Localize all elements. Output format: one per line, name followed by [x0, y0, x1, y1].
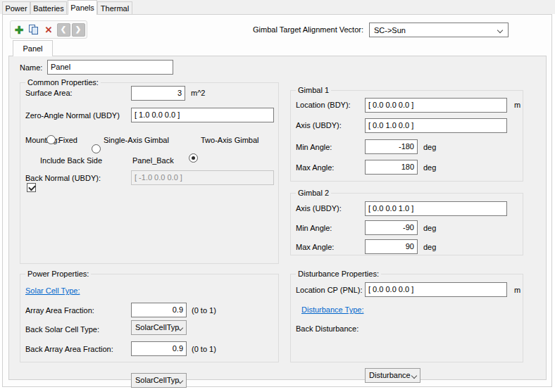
- name-input[interactable]: Panel: [47, 60, 173, 75]
- tab-panels-label: Panels: [70, 4, 94, 12]
- back-array-area-fraction-label: Back Array Area Fraction:: [25, 345, 113, 354]
- include-back-side-checkbox[interactable]: [27, 183, 36, 192]
- back-disturbance-label: Back Disturbance:: [296, 324, 358, 334]
- gimbal2-title: Gimbal 2: [296, 189, 331, 198]
- back-normal-label: Back Normal (UBDY):: [25, 174, 101, 183]
- gimbal1-location-unit: m: [514, 101, 520, 110]
- location-cp-input[interactable]: [ 0.0 0.0 0.0 ]: [365, 282, 507, 297]
- gimbal1-location-label: Location (BDY):: [296, 101, 351, 110]
- gimbal1-min-angle-label: Min Angle:: [296, 143, 332, 152]
- main-tabstrip: Power Batteries Panels Thermal: [0, 0, 555, 14]
- arrow-left-icon: ❮: [61, 26, 66, 33]
- array-area-fraction-label: Array Area Fraction:: [25, 306, 94, 315]
- tab-thermal-label: Thermal: [101, 4, 129, 13]
- delete-icon: ✕: [45, 25, 53, 34]
- tab-panel-instance-label: Panel: [23, 44, 42, 53]
- radio-fixed[interactable]: [46, 135, 56, 144]
- disturbance-properties-title: Disturbance Properties:: [296, 270, 381, 279]
- include-back-side-label[interactable]: Include Back Side: [40, 156, 102, 165]
- gimbal2-axis-input[interactable]: [ 0.0 0.0 1.0 ]: [365, 201, 507, 216]
- gimbal1-title: Gimbal 1: [296, 86, 331, 95]
- gimbal-target-alignment-value: SC->Sun: [374, 26, 406, 34]
- location-cp-unit: m: [514, 286, 520, 295]
- gimbal2-max-angle-unit: deg: [423, 243, 436, 252]
- tab-thermal[interactable]: Thermal: [97, 1, 132, 14]
- tab-panel-instance[interactable]: Panel: [13, 40, 53, 56]
- back-normal-input: [ -1.0 0.0 0.0 ]: [131, 170, 274, 185]
- tab-panels[interactable]: Panels: [68, 0, 97, 15]
- gimbal2-min-angle-input[interactable]: -90: [365, 220, 418, 235]
- disturbance-type-select[interactable]: Disturbance: [365, 368, 420, 383]
- panel-toolbar: ✚ ✕ ❮ ❯: [10, 20, 87, 39]
- radio-two-axis-gimbal[interactable]: [189, 153, 198, 163]
- plus-icon: ✚: [15, 25, 24, 35]
- delete-panel-button[interactable]: ✕: [42, 23, 56, 37]
- chevron-down-icon: [411, 373, 417, 379]
- back-solar-cell-type-label: Back Solar Cell Type:: [25, 325, 99, 334]
- surface-area-label: Surface Area:: [25, 89, 73, 98]
- tab-power-label: Power: [5, 4, 27, 13]
- gimbal2-min-angle-unit: deg: [423, 224, 436, 233]
- gimbal1-max-angle-label: Max Angle:: [296, 163, 334, 172]
- array-area-fraction-input[interactable]: 0.9: [131, 303, 187, 317]
- tab-batteries[interactable]: Batteries: [30, 1, 67, 14]
- zero-angle-normal-label: Zero-Angle Normal (UBDY): [25, 111, 120, 120]
- gimbal2-min-angle-label: Min Angle:: [296, 224, 332, 233]
- copy-panel-button[interactable]: [27, 23, 41, 37]
- gimbal1-axis-input[interactable]: [ 0.0 1.0 0.0 ]: [365, 118, 507, 133]
- common-properties-title: Common Properties:: [25, 78, 101, 87]
- array-area-fraction-hint: (0 to 1): [192, 306, 216, 315]
- gimbal1-location-input[interactable]: [ 0.0 0.0 0.0 ]: [365, 98, 507, 113]
- solar-cell-type-select[interactable]: SolarCellTyp: [131, 320, 187, 335]
- arrow-right-icon: ❯: [75, 26, 81, 33]
- radio-two-axis-gimbal-label[interactable]: Two-Axis Gimbal: [201, 136, 259, 145]
- copy-icon: [29, 25, 39, 34]
- gimbal1-axis-label: Axis (UBDY):: [296, 121, 342, 130]
- gimbal1-max-angle-input[interactable]: 180: [365, 160, 418, 175]
- gimbal1-min-angle-input[interactable]: -180: [365, 139, 418, 154]
- chevron-down-icon: [497, 27, 503, 33]
- gimbal2-axis-label: Axis (UBDY):: [296, 204, 342, 213]
- name-label: Name:: [20, 63, 42, 72]
- surface-area-unit: m^2: [191, 89, 205, 98]
- tab-power[interactable]: Power: [2, 1, 30, 14]
- add-panel-button[interactable]: ✚: [12, 23, 26, 37]
- gimbal-target-alignment-select[interactable]: SC->Sun: [369, 23, 509, 37]
- gimbal-target-alignment-label: Gimbal Target Alignment Vector:: [239, 25, 363, 34]
- gimbal1-min-angle-unit: deg: [423, 143, 436, 152]
- power-properties-title: Power Properties:: [25, 270, 91, 279]
- solar-cell-type-value: SolarCellTyp: [135, 323, 179, 331]
- panels-settings-window: Power Batteries Panels Thermal ✚ ✕ ❮ ❯ G: [0, 0, 555, 392]
- tab-batteries-label: Batteries: [33, 4, 63, 13]
- disturbance-type-link[interactable]: Disturbance Type:: [301, 305, 363, 315]
- back-array-area-fraction-input[interactable]: 0.9: [131, 341, 187, 356]
- back-solar-cell-type-value: SolarCellTyp: [135, 376, 179, 384]
- back-solar-cell-type-select[interactable]: SolarCellTyp: [131, 373, 187, 388]
- move-forward-button[interactable]: ❯: [71, 23, 85, 37]
- back-array-area-fraction-hint: (0 to 1): [192, 345, 216, 354]
- gimbal1-max-angle-unit: deg: [423, 163, 436, 172]
- radio-fixed-label[interactable]: Fixed: [58, 136, 77, 145]
- zero-angle-normal-input[interactable]: [ 1.0 0.0 0.0 ]: [131, 108, 274, 122]
- solar-cell-type-link[interactable]: Solar Cell Type:: [25, 286, 80, 296]
- radio-single-axis-gimbal-label[interactable]: Single-Axis Gimbal: [104, 136, 169, 145]
- disturbance-type-value: Disturbance: [369, 371, 411, 379]
- gimbal2-max-angle-label: Max Angle:: [296, 243, 334, 252]
- move-back-button[interactable]: ❮: [56, 23, 70, 37]
- radio-single-axis-gimbal[interactable]: [92, 144, 101, 153]
- back-side-name-text: Panel_Back: [132, 156, 174, 165]
- location-cp-label: Location CP (PNL):: [296, 286, 363, 295]
- gimbal2-max-angle-input[interactable]: 90: [365, 239, 418, 254]
- surface-area-input[interactable]: 3: [131, 86, 185, 101]
